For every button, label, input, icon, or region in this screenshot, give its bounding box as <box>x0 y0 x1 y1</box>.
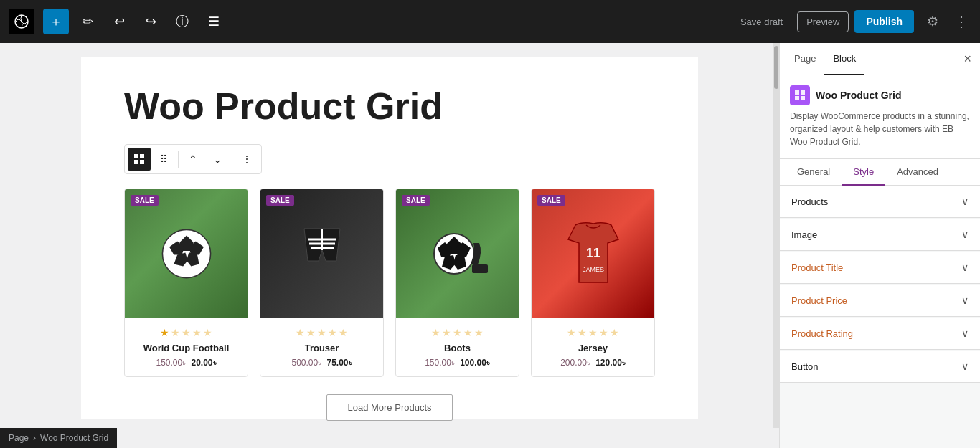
grid-view-button[interactable] <box>128 148 151 171</box>
section-image-header[interactable]: Image ∨ <box>780 219 980 250</box>
section-button-title: Button <box>791 361 819 372</box>
section-product-rating-label: Product Rating <box>791 328 853 339</box>
editor-scrollbar[interactable] <box>773 43 779 428</box>
section-products-header[interactable]: Products ∨ <box>780 186 980 217</box>
product-image-2: SALE <box>260 189 383 318</box>
section-product-price-label: Product Price <box>791 295 847 306</box>
price-new-3: 100.00৳ <box>460 358 490 368</box>
price-old-2: 500.00৳ <box>291 358 321 368</box>
svg-rect-2 <box>140 154 144 158</box>
panel-tabs: Page Block × <box>780 43 980 75</box>
star-3: ★ <box>588 327 598 338</box>
svg-text:JAMES: JAMES <box>582 266 603 273</box>
star-4: ★ <box>328 327 337 338</box>
star-2: ★ <box>171 327 180 338</box>
ellipsis-icon: ⋮ <box>954 14 969 29</box>
star-3: ★ <box>182 327 191 338</box>
breadcrumb-parent[interactable]: Page <box>9 433 29 443</box>
product-body-3: ★ ★ ★ ★ ★ Boots 150.00৳ 100.00৳ <box>396 318 519 376</box>
star-5: ★ <box>610 327 619 338</box>
block-options-button[interactable]: ⋮ <box>235 148 258 171</box>
chevron-down-icon-6: ∨ <box>961 361 969 372</box>
move-up-button[interactable]: ⌃ <box>182 148 204 171</box>
star-5: ★ <box>474 327 484 338</box>
sale-badge-3: SALE <box>402 195 430 206</box>
block-name-label: Woo Product Grid <box>816 90 902 101</box>
list-item[interactable]: SALE <box>395 189 519 377</box>
product-image-3: SALE <box>396 189 519 318</box>
move-down-button[interactable]: ⌃ <box>206 148 229 171</box>
topbar-right: Save draft Preview Publish ⚙ ⋮ <box>732 9 971 34</box>
list-item[interactable]: SALE ★ <box>260 189 384 377</box>
product-name-1: World Cup Football <box>133 343 239 353</box>
product-image-4: SALE 11 JAMES <box>532 189 654 318</box>
star-4: ★ <box>192 327 202 338</box>
tab-block[interactable]: Block <box>824 43 864 75</box>
list-item[interactable]: SALE <box>124 189 248 377</box>
star-1: ★ <box>431 327 440 338</box>
publish-button[interactable]: Publish <box>854 10 914 33</box>
chevron-down-icon-2: ∨ <box>961 229 969 240</box>
star-1: ★ <box>567 327 576 338</box>
product-price-3: 150.00৳ 100.00৳ <box>405 358 510 368</box>
star-2: ★ <box>306 327 316 338</box>
section-product-title-header[interactable]: Product Title ∨ <box>780 252 980 283</box>
list-view-button[interactable]: ☰ <box>201 9 227 34</box>
info-button[interactable]: ⓘ <box>169 9 195 34</box>
block-info: Woo Product Grid Display WooCommerce pro… <box>780 75 980 159</box>
gear-icon: ⚙ <box>927 14 938 29</box>
topbar: ＋ ✏ ↩ ↪ ⓘ ☰ Save draft Preview Publish ⚙… <box>0 0 980 43</box>
preview-button[interactable]: Preview <box>797 11 849 32</box>
price-new-1: 20.00৳ <box>192 358 217 368</box>
right-panel: Page Block × Woo Product Grid Displa <box>779 43 980 448</box>
section-products-title: Products <box>791 196 828 207</box>
more-options-button[interactable]: ⋮ <box>951 10 971 33</box>
price-old-4: 200.00৳ <box>560 358 590 368</box>
settings-button[interactable]: ⚙ <box>920 9 946 34</box>
section-product-price: Product Price ∨ <box>780 285 980 317</box>
load-more-wrapper: Load More Products <box>124 394 655 421</box>
editor-area[interactable]: Woo Product Grid ⠿ ⌃ <box>0 43 779 448</box>
sub-tab-style[interactable]: Style <box>842 159 885 186</box>
redo-button[interactable]: ↪ <box>138 9 164 34</box>
sale-badge-4: SALE <box>537 195 565 206</box>
product-price-1: 150.00৳ 20.00৳ <box>133 358 239 368</box>
panel-close-button[interactable]: × <box>961 49 974 68</box>
star-5: ★ <box>203 327 212 338</box>
block-toolbar: ⠿ ⌃ ⌃ ⋮ <box>124 144 262 174</box>
boots-image <box>396 189 519 318</box>
football-svg <box>158 225 215 282</box>
product-price-4: 200.00৳ 120.00৳ <box>540 358 646 368</box>
sub-tab-general[interactable]: General <box>786 159 842 186</box>
sub-tabs: General Style Advanced <box>780 159 980 186</box>
load-more-button[interactable]: Load More Products <box>326 394 452 421</box>
more-icon: ⋮ <box>242 153 252 165</box>
tab-page[interactable]: Page <box>786 43 824 75</box>
section-button: Button ∨ <box>780 351 980 383</box>
chevron-up-icon: ⌃ <box>189 153 197 165</box>
product-name-3: Boots <box>405 343 510 353</box>
grid-icon <box>133 153 145 165</box>
save-draft-button[interactable]: Save draft <box>732 12 791 32</box>
add-block-button[interactable]: ＋ <box>43 9 69 34</box>
star-2: ★ <box>442 327 451 338</box>
svg-rect-4 <box>140 160 144 164</box>
dots-view-button[interactable]: ⠿ <box>152 148 175 171</box>
price-old-3: 150.00৳ <box>425 358 455 368</box>
product-image-1: SALE <box>125 189 248 318</box>
section-product-rating-header[interactable]: Product Rating ∨ <box>780 318 980 349</box>
sub-tab-advanced[interactable]: Advanced <box>885 159 950 186</box>
chevron-down-icon: ⌃ <box>213 153 222 165</box>
star-1: ★ <box>160 327 169 338</box>
section-product-price-header[interactable]: Product Price ∨ <box>780 285 980 316</box>
section-product-title-label: Product Title <box>791 262 843 273</box>
section-button-header[interactable]: Button ∨ <box>780 351 980 382</box>
dots-icon: ⠿ <box>160 153 167 165</box>
chevron-down-icon-3: ∨ <box>961 262 969 273</box>
edit-mode-button[interactable]: ✏ <box>75 9 100 34</box>
svg-rect-27 <box>801 96 805 100</box>
woo-grid-icon <box>794 90 806 101</box>
product-name-2: Trouser <box>269 343 374 353</box>
list-item[interactable]: SALE 11 JAMES ★ <box>531 189 655 377</box>
undo-button[interactable]: ↩ <box>106 9 132 34</box>
